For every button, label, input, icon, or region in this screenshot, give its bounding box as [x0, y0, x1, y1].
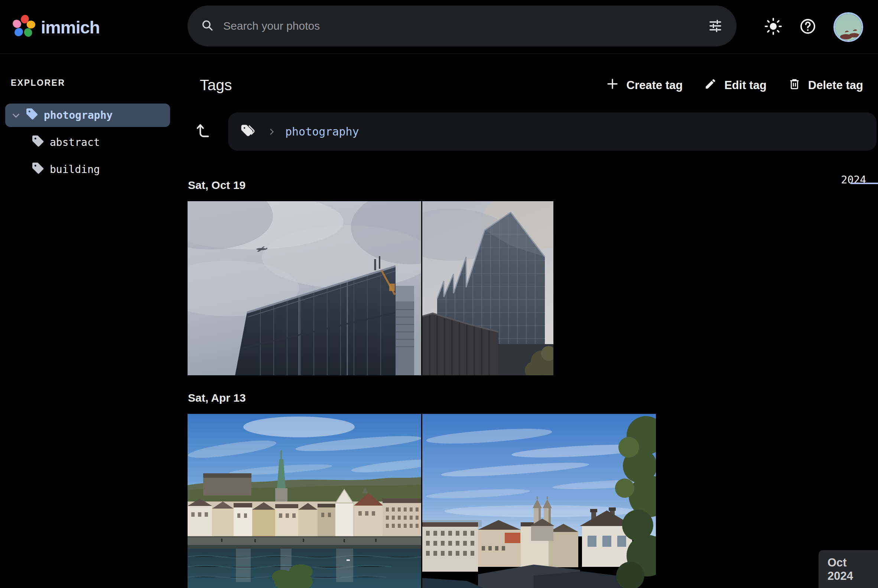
explorer-heading: EXPLORER — [11, 78, 175, 88]
sidebar-item-label: abstract — [50, 136, 100, 148]
scrubber-year-label: 2024 — [841, 174, 866, 186]
scrubber-year-tick — [851, 183, 878, 184]
photo-thumbnail[interactable] — [422, 201, 553, 375]
scrubber-hover-label: Oct 2024 — [819, 550, 878, 588]
chevron-down-icon[interactable] — [11, 111, 21, 120]
immich-flower-icon — [13, 15, 36, 39]
trash-icon — [788, 78, 801, 93]
pencil-icon — [704, 78, 717, 93]
filter-sliders-icon[interactable] — [708, 18, 723, 34]
search-bar[interactable] — [188, 6, 737, 46]
create-tag-button[interactable]: Create tag — [606, 77, 683, 93]
sidebar-item-abstract[interactable]: abstract — [31, 130, 175, 154]
help-button[interactable] — [799, 18, 816, 36]
photo-zurich-riverfront — [188, 414, 421, 588]
timeline-group: Sat, Oct 19 — [175, 179, 878, 375]
photo-sawtooth-facade — [422, 201, 553, 375]
user-avatar[interactable] — [833, 12, 863, 42]
edit-tag-button[interactable]: Edit tag — [704, 78, 767, 93]
page-title: Tags — [200, 76, 232, 94]
photo-thumbnail[interactable] — [422, 414, 656, 588]
topbar-actions — [764, 0, 863, 54]
app-title: immich — [41, 17, 100, 38]
sidebar-item-building[interactable]: building — [31, 158, 175, 181]
photo-row — [188, 201, 878, 375]
timeline-scrubber[interactable]: 2024 Oct 2024 — [819, 54, 878, 588]
photo-thumbnail[interactable] — [188, 414, 421, 588]
app-logo[interactable]: immich — [13, 15, 100, 39]
tag-icon — [31, 162, 45, 177]
sidebar-item-label: photography — [44, 109, 113, 122]
main-content: Tags Create tag Edit tag — [175, 54, 878, 588]
chevron-right-icon — [268, 126, 275, 138]
sun-icon — [764, 18, 782, 36]
search-icon — [201, 19, 213, 33]
sidebar-item-label: building — [50, 164, 100, 176]
sidebar: EXPLORER photography — [0, 54, 175, 588]
arrow-up-left-icon — [195, 123, 212, 141]
back-button[interactable] — [195, 123, 212, 141]
immich-app: immich — [0, 0, 878, 588]
search-input[interactable] — [223, 20, 708, 32]
tag-icon — [31, 134, 45, 150]
group-date-label: Sat, Oct 19 — [188, 179, 878, 192]
help-icon — [799, 18, 816, 36]
photo-row — [188, 414, 878, 588]
timeline-group: Sat, Apr 13 — [175, 392, 878, 588]
photo-zurich-skyline — [422, 414, 656, 588]
plus-icon — [606, 77, 619, 93]
sidebar-item-photography[interactable]: photography — [5, 104, 170, 127]
group-date-label: Sat, Apr 13 — [188, 392, 878, 404]
tag-icon — [25, 107, 39, 123]
tags-icon[interactable] — [241, 124, 256, 140]
breadcrumb-current-tag[interactable]: photography — [285, 125, 359, 138]
breadcrumb-row: photography — [175, 112, 878, 151]
theme-toggle-button[interactable] — [764, 18, 782, 36]
photo-glass-building-airplane — [188, 201, 421, 375]
photo-thumbnail[interactable] — [188, 201, 421, 375]
tag-tree: photography abstract b — [0, 104, 175, 181]
breadcrumb: photography — [228, 112, 876, 151]
top-bar: immich — [0, 0, 878, 54]
